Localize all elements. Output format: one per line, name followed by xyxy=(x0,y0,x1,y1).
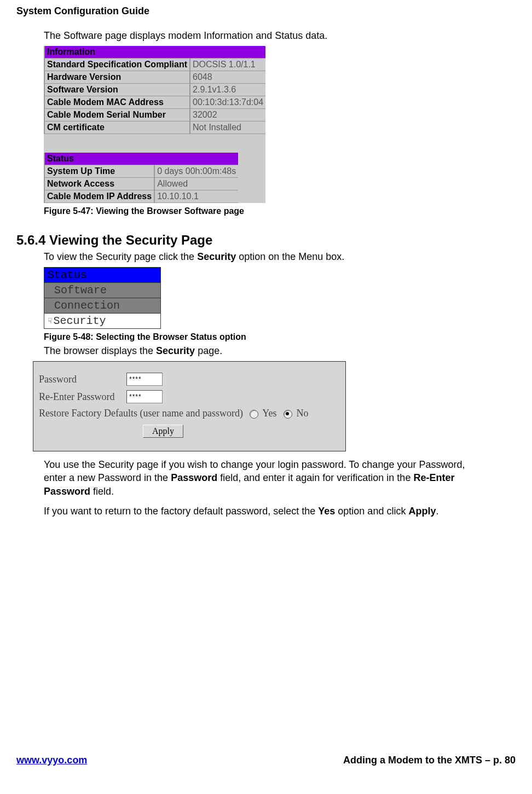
info-label: Cable Modem Serial Number xyxy=(44,109,190,121)
status-label: System Up Time xyxy=(44,165,154,178)
security-page-figure: Password Re-Enter Password Restore Facto… xyxy=(33,361,346,451)
info-label: Standard Specification Compliant xyxy=(44,59,190,71)
footer-page-info: Adding a Modem to the XMTS – p. 80 xyxy=(343,755,516,766)
restore-yes-radio[interactable] xyxy=(250,410,258,419)
table-row: System Up Time0 days 00h:00m:48s xyxy=(44,165,238,178)
table-row: Cable Modem MAC Address00:10:3d:13:7d:04 xyxy=(44,96,265,109)
password-label: Password xyxy=(39,374,126,385)
figure-caption-47: Figure 5-47: Viewing the Browser Softwar… xyxy=(44,206,516,216)
page-header: System Configuration Guide xyxy=(16,5,516,17)
intro-text: The Software page displays modem Informa… xyxy=(44,30,516,42)
table-row: Cable Modem Serial Number32002 xyxy=(44,109,265,121)
info-value: 00:10:3d:13:7d:04 xyxy=(190,96,265,109)
status-section-header: Status xyxy=(44,153,238,165)
restore-defaults-label: Restore Factory Defaults (user name and … xyxy=(39,408,243,419)
info-section-header: Information xyxy=(44,46,265,59)
info-value: DOCSIS 1.0/1.1 xyxy=(190,59,265,71)
info-value: Not Installed xyxy=(190,121,265,134)
body-paragraph-1: You use the Security page if you wish to… xyxy=(44,458,472,498)
table-row: CM certificateNot Installed xyxy=(44,121,265,134)
software-info-figure: Information Standard Specification Compl… xyxy=(44,46,265,203)
menu-box-figure: Status Software Connection ☟ Security xyxy=(44,267,161,329)
body-paragraph-2: If you want to return to the factory def… xyxy=(44,505,472,518)
restore-yes-label: Yes xyxy=(262,408,276,419)
status-label: Cable Modem IP Address xyxy=(44,190,154,203)
menu-item-connection[interactable]: Connection xyxy=(44,298,160,314)
status-value: Allowed xyxy=(154,178,238,190)
table-row: Network AccessAllowed xyxy=(44,178,238,190)
table-row: Software Version2.9.1v1.3.6 xyxy=(44,84,265,96)
apply-button[interactable]: Apply xyxy=(143,425,183,438)
restore-no-radio[interactable] xyxy=(284,410,292,419)
menu-item-label: Security xyxy=(53,315,106,327)
info-value: 6048 xyxy=(190,71,265,84)
menu-item-status[interactable]: Status xyxy=(44,268,160,283)
status-value: 10.10.10.1 xyxy=(154,190,238,203)
restore-no-label: No xyxy=(296,408,308,419)
table-row: Hardware Version6048 xyxy=(44,71,265,84)
info-label: Software Version xyxy=(44,84,190,96)
security-intro: To view the Security page click the Secu… xyxy=(44,251,516,263)
table-row: Cable Modem IP Address10.10.10.1 xyxy=(44,190,238,203)
browser-displays-text: The browser displays the Security page. xyxy=(44,345,516,357)
figure-caption-48: Figure 5-48: Selecting the Browser Statu… xyxy=(44,332,516,342)
info-label: Hardware Version xyxy=(44,71,190,84)
status-value: 0 days 00h:00m:48s xyxy=(154,165,238,178)
footer-link[interactable]: www.vyyo.com xyxy=(16,755,87,766)
table-row: Standard Specification CompliantDOCSIS 1… xyxy=(44,59,265,71)
status-label: Network Access xyxy=(44,178,154,190)
hand-cursor-icon: ☟ xyxy=(48,316,52,326)
menu-item-software[interactable]: Software xyxy=(44,283,160,298)
info-label: Cable Modem MAC Address xyxy=(44,96,190,109)
password-input[interactable] xyxy=(126,373,163,386)
reenter-password-input[interactable] xyxy=(126,390,163,403)
info-value: 32002 xyxy=(190,109,265,121)
info-label: CM certificate xyxy=(44,121,190,134)
menu-item-security[interactable]: ☟ Security xyxy=(44,314,160,328)
reenter-password-label: Re-Enter Password xyxy=(39,391,126,403)
info-value: 2.9.1v1.3.6 xyxy=(190,84,265,96)
section-heading: 5.6.4 Viewing the Security Page xyxy=(16,233,516,248)
